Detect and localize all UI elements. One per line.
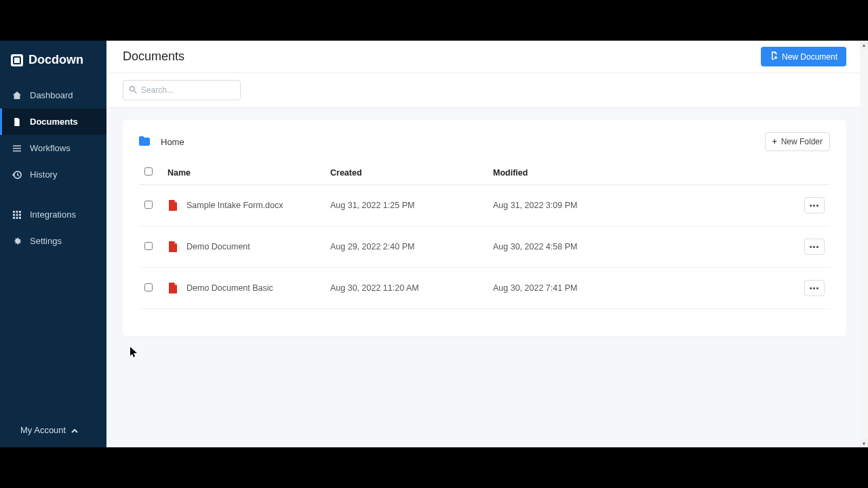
brand-icon (11, 54, 23, 66)
scrollbar-track[interactable] (860, 49, 868, 439)
file-name: Demo Document Basic (186, 283, 273, 293)
row-checkbox[interactable] (144, 201, 153, 209)
chevron-up-icon (71, 425, 78, 435)
search-box[interactable] (123, 80, 241, 100)
svg-rect-10 (13, 217, 15, 219)
my-account-toggle[interactable]: My Account (0, 415, 106, 447)
file-modified: Aug 30, 2022 4:58 PM (488, 226, 789, 268)
new-folder-label: New Folder (781, 137, 823, 146)
sidebar-item-label: Workflows (30, 143, 71, 153)
brand-name: Docdown (28, 53, 83, 67)
svg-rect-5 (16, 211, 18, 213)
svg-rect-2 (13, 150, 21, 152)
table-row[interactable]: Demo Document Basic Aug 30, 2022 11:20 A… (139, 268, 830, 309)
svg-rect-4 (13, 211, 15, 213)
gear-icon (12, 237, 22, 245)
row-actions-button[interactable]: ••• (804, 280, 825, 296)
new-document-label: New Document (782, 52, 837, 62)
column-header-modified[interactable]: Modified (488, 161, 789, 185)
plus-icon: + (772, 137, 777, 146)
select-all-checkbox[interactable] (144, 167, 153, 176)
file-name: Sample Intake Form.docx (186, 201, 283, 210)
account-label: My Account (20, 425, 66, 435)
home-icon (12, 91, 22, 100)
new-folder-button[interactable]: + New Folder (765, 132, 830, 151)
sidebar-item-label: Settings (30, 236, 62, 246)
svg-rect-7 (13, 214, 15, 216)
row-checkbox[interactable] (144, 283, 153, 291)
file-modified: Aug 31, 2022 3:09 PM (488, 185, 789, 226)
svg-rect-12 (19, 217, 21, 219)
svg-rect-9 (19, 214, 21, 216)
svg-rect-0 (13, 145, 21, 146)
pdf-icon (167, 283, 177, 293)
searchbar (106, 73, 863, 108)
sidebar: Docdown Dashboard Documents Workflows (0, 41, 106, 447)
new-document-button[interactable]: New Document (761, 47, 846, 66)
svg-rect-11 (16, 217, 18, 219)
breadcrumb-root: Home (161, 137, 184, 147)
sidebar-item-workflows[interactable]: Workflows (0, 135, 106, 161)
sidebar-item-dashboard[interactable]: Dashboard (0, 82, 106, 108)
file-name: Demo Document (186, 242, 250, 251)
file-created: Aug 29, 2022 2:40 PM (325, 226, 488, 268)
sidebar-item-label: Integrations (30, 209, 76, 220)
row-actions-button[interactable]: ••• (804, 197, 825, 214)
pdf-icon (167, 241, 177, 252)
sidebar-item-integrations[interactable]: Integrations (0, 201, 106, 228)
topbar: Documents New Document (106, 41, 863, 73)
column-header-name[interactable]: Name (162, 161, 325, 185)
column-header-created[interactable]: Created (325, 161, 488, 185)
brand[interactable]: Docdown (0, 41, 106, 82)
svg-point-13 (130, 86, 135, 91)
sidebar-item-settings[interactable]: Settings (0, 228, 106, 254)
scrollbar-down[interactable]: ▾ (860, 439, 868, 447)
history-icon (12, 170, 22, 180)
sidebar-item-history[interactable]: History (0, 161, 106, 188)
nav: Dashboard Documents Workflows History (0, 82, 106, 254)
svg-rect-1 (13, 148, 21, 149)
grid-icon (12, 211, 22, 219)
pdf-icon (167, 200, 177, 211)
new-document-icon (770, 52, 778, 62)
workflow-icon (12, 144, 22, 152)
documents-card: Home + New Folder Name Created M (123, 120, 846, 336)
breadcrumb-row: Home + New Folder (123, 128, 846, 161)
file-icon (12, 117, 22, 127)
search-icon (129, 85, 137, 96)
sidebar-item-label: History (30, 169, 57, 180)
search-input[interactable] (141, 85, 243, 95)
sidebar-item-documents[interactable]: Documents (0, 108, 106, 135)
documents-table: Name Created Modified (139, 161, 830, 309)
sidebar-item-label: Dashboard (30, 90, 73, 100)
table-row[interactable]: Sample Intake Form.docx Aug 31, 2022 1:2… (139, 185, 830, 226)
scrollbar-up[interactable]: ▴ (860, 41, 868, 49)
row-actions-button[interactable]: ••• (804, 239, 825, 255)
table-row[interactable]: Demo Document Aug 29, 2022 2:40 PM Aug 3… (139, 226, 830, 268)
file-created: Aug 31, 2022 1:25 PM (325, 185, 488, 226)
content-area: Home + New Folder Name Created M (106, 108, 863, 447)
main: Documents New Document (106, 41, 863, 447)
file-created: Aug 30, 2022 11:20 AM (325, 268, 488, 309)
sidebar-item-label: Documents (30, 117, 78, 127)
folder-icon (139, 136, 150, 148)
page-title: Documents (123, 49, 184, 64)
row-checkbox[interactable] (144, 242, 153, 250)
file-modified: Aug 30, 2022 7:41 PM (488, 268, 789, 309)
svg-rect-6 (19, 211, 21, 213)
breadcrumb[interactable]: Home (139, 136, 184, 148)
svg-rect-8 (16, 214, 18, 216)
